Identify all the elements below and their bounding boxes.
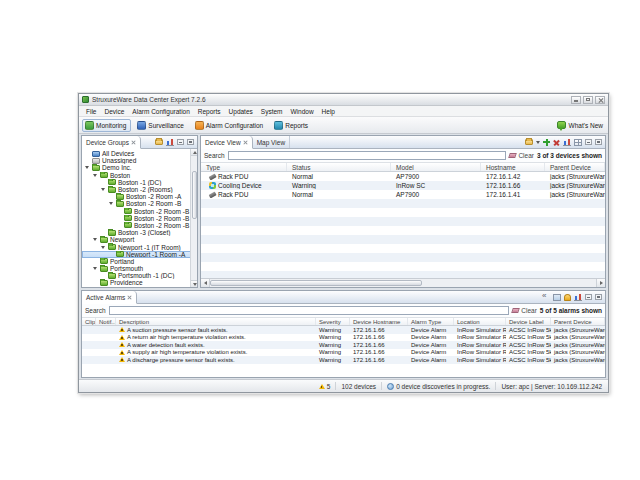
tree-item[interactable]: Boston -2 (Rooms) (82, 186, 197, 193)
column-header[interactable]: Notif... (96, 318, 116, 325)
image-icon[interactable] (553, 294, 561, 301)
tab-map-view[interactable]: Map View (253, 136, 290, 148)
column-header[interactable]: Model (391, 163, 481, 171)
scroll-right-icon[interactable] (596, 279, 605, 287)
tree-item[interactable]: Boston -2 Room -B (82, 200, 197, 207)
titlebar[interactable]: StruxureWare Data Center Expert 7.2.6 (79, 94, 608, 106)
expander-icon[interactable] (101, 187, 106, 192)
expander-icon[interactable] (93, 237, 98, 242)
tree-item[interactable]: Portsmouth -1 (DC) (82, 272, 197, 279)
whats-new-button[interactable]: What's New (557, 121, 605, 129)
tree-item[interactable]: Boston -3 (Closet) (82, 229, 197, 236)
bell-icon[interactable] (564, 294, 571, 301)
tab-device-view[interactable]: Device View (201, 136, 253, 149)
folder-icon[interactable] (155, 139, 163, 145)
expander-icon[interactable] (101, 230, 106, 235)
expander-icon[interactable] (93, 266, 98, 271)
close-icon[interactable] (595, 96, 605, 104)
alarm-search-input[interactable] (109, 306, 510, 315)
add-device-icon[interactable] (543, 139, 550, 146)
alarm-row[interactable]: A return air high temperature violation … (82, 334, 605, 342)
scrollbar-track[interactable] (210, 279, 596, 287)
column-header[interactable]: Type (201, 163, 287, 171)
column-header[interactable]: Clip (82, 318, 96, 325)
tree-item[interactable]: Boston -1 (DC) (82, 179, 197, 186)
tab-active-alarms[interactable]: Active Alarms (82, 291, 137, 304)
column-header[interactable]: Device Hostname (350, 318, 408, 325)
chevron-down-icon[interactable] (536, 141, 540, 144)
minimize-panel-icon[interactable] (585, 139, 592, 145)
expander-icon[interactable] (85, 158, 90, 163)
menu-item[interactable]: System (257, 108, 287, 115)
expander-icon[interactable] (93, 259, 98, 264)
tree-item[interactable]: Providence (82, 279, 197, 286)
collapse-left-icon[interactable] (542, 294, 550, 300)
column-header[interactable]: Location (454, 318, 506, 325)
expander-icon[interactable] (101, 245, 106, 250)
device-clear-button[interactable]: Clear (509, 152, 534, 159)
menu-item[interactable]: Device (100, 108, 128, 115)
tree-item[interactable]: Boston (82, 172, 197, 179)
expander-icon[interactable] (101, 180, 106, 185)
scroll-left-icon[interactable] (201, 279, 210, 287)
expander-icon[interactable] (85, 151, 90, 156)
device-row[interactable]: Rack PDU Normal AP7900 172.16.1.41 jacks… (201, 190, 605, 199)
scroll-up-icon[interactable] (191, 149, 197, 156)
minimize-panel-icon[interactable] (177, 139, 184, 145)
column-header[interactable]: Status (287, 163, 391, 171)
expander-icon[interactable] (85, 165, 90, 170)
column-header[interactable]: Hostname (481, 163, 545, 171)
column-header[interactable]: Severity (316, 318, 350, 325)
menu-item[interactable]: Reports (194, 108, 225, 115)
scroll-down-icon[interactable] (191, 280, 197, 287)
tree-scrollbar[interactable] (190, 149, 197, 287)
expander-icon[interactable] (117, 223, 122, 228)
tree-item[interactable]: All Devices (82, 150, 197, 157)
device-h-scrollbar[interactable] (201, 278, 605, 287)
close-icon[interactable] (131, 140, 136, 145)
menu-item[interactable]: Updates (225, 108, 257, 115)
expander-icon[interactable] (109, 252, 114, 257)
close-icon[interactable] (243, 140, 248, 145)
menu-item[interactable]: File (82, 108, 100, 115)
close-icon[interactable] (127, 295, 132, 300)
maximize-panel-icon[interactable] (187, 139, 194, 145)
maximize-icon[interactable] (583, 96, 593, 104)
menu-item[interactable]: Alarm Configuration (128, 108, 193, 115)
tree-item[interactable]: Newport -1 Room -A (82, 251, 197, 258)
perspective-button[interactable]: Monitoring (82, 119, 131, 132)
chart-icon[interactable] (574, 294, 582, 301)
tab-device-groups[interactable]: Device Groups (82, 136, 141, 149)
chart-icon[interactable] (563, 139, 571, 146)
minimize-icon[interactable] (571, 96, 581, 104)
maximize-panel-icon[interactable] (595, 139, 602, 145)
device-row[interactable]: Cooling Device Warning InRow SC 172.16.1… (201, 181, 605, 190)
expander-icon[interactable] (109, 194, 114, 199)
expander-icon[interactable] (93, 173, 98, 178)
delete-device-icon[interactable] (553, 139, 560, 146)
scrollbar-thumb[interactable] (210, 280, 422, 286)
tree-item[interactable]: Demo Inc. (82, 164, 197, 171)
tree-item[interactable]: Newport (82, 236, 197, 243)
tree-item[interactable]: Boston -2 Room -B Rack -3 (82, 222, 197, 229)
column-header[interactable]: Device Label (506, 318, 551, 325)
tree-item[interactable]: Portland (82, 258, 197, 265)
alarm-row[interactable]: A discharge pressure sensor fault exists… (82, 356, 605, 364)
perspective-button[interactable]: Alarm Configuration (192, 119, 268, 132)
column-header[interactable]: Parent Device (551, 318, 605, 325)
expander-icon[interactable] (117, 216, 122, 221)
column-header[interactable]: Parent Device (545, 163, 605, 171)
tree-item[interactable]: Boston -2 Room -A (82, 193, 197, 200)
expander-icon[interactable] (93, 280, 98, 285)
chart-icon[interactable] (166, 139, 174, 146)
column-header[interactable]: Description (116, 318, 316, 325)
alarm-row[interactable]: A supply air high temperature violation … (82, 349, 605, 357)
alarm-summary[interactable]: 5 (319, 383, 331, 390)
device-search-input[interactable] (228, 151, 507, 160)
perspective-button[interactable]: Reports (271, 119, 313, 132)
menu-item[interactable]: Window (286, 108, 317, 115)
discovery-status[interactable]: 0 device discoveries in progress. (387, 383, 490, 390)
expander-icon[interactable] (109, 201, 114, 206)
maximize-panel-icon[interactable] (595, 294, 602, 300)
minimize-panel-icon[interactable] (585, 294, 592, 300)
